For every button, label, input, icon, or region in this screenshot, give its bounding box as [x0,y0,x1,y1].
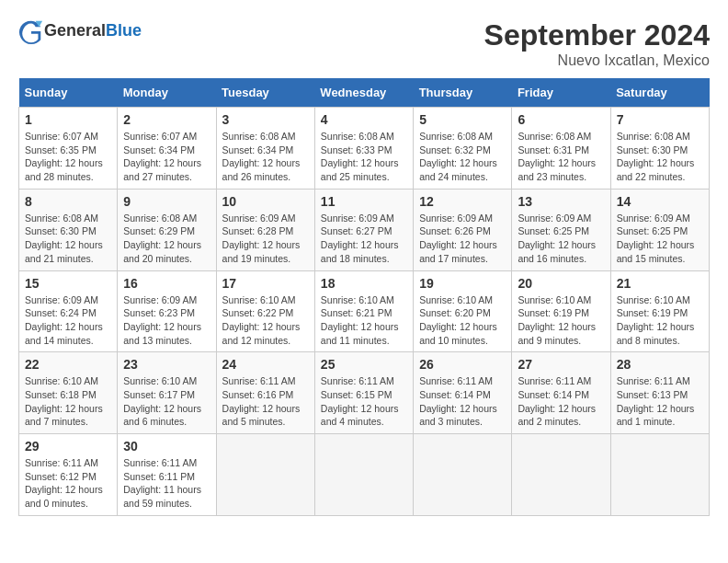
calendar-cell: 29Sunrise: 6:11 AMSunset: 6:12 PMDayligh… [19,434,118,516]
weekday-header-friday: Friday [512,78,610,108]
cell-text: Sunrise: 6:11 AMSunset: 6:14 PMDaylight:… [518,374,604,429]
weekday-header-sunday: Sunday [19,78,118,108]
day-number: 13 [518,194,604,209]
day-number: 4 [321,112,407,127]
cell-text: Sunrise: 6:09 AMSunset: 6:25 PMDaylight:… [617,212,703,266]
calendar-cell: 26Sunrise: 6:11 AMSunset: 6:14 PMDayligh… [414,352,512,434]
calendar-cell: 28Sunrise: 6:11 AMSunset: 6:13 PMDayligh… [610,352,709,434]
day-number: 8 [25,194,111,209]
cell-text: Sunrise: 6:08 AMSunset: 6:30 PMDaylight:… [617,130,703,184]
cell-text: Sunrise: 6:11 AMSunset: 6:16 PMDaylight:… [222,374,309,429]
day-number: 2 [123,112,210,127]
calendar-cell: 10Sunrise: 6:09 AMSunset: 6:28 PMDayligh… [216,189,314,270]
cell-text: Sunrise: 6:09 AMSunset: 6:27 PMDaylight:… [321,212,407,266]
logo-text-blue: Blue [106,21,142,40]
logo-icon [18,18,44,44]
month-title: September 2024 [484,18,710,52]
weekday-header-monday: Monday [118,78,216,108]
calendar-cell: 30Sunrise: 6:11 AMSunset: 6:11 PMDayligh… [118,434,216,516]
day-number: 3 [222,112,309,127]
day-number: 30 [123,439,210,454]
day-number: 26 [419,357,506,372]
day-number: 20 [518,276,604,291]
cell-text: Sunrise: 6:11 AMSunset: 6:12 PMDaylight:… [25,456,111,511]
cell-text: Sunrise: 6:08 AMSunset: 6:30 PMDaylight:… [25,212,111,266]
day-number: 6 [518,112,604,127]
calendar-cell [314,434,413,516]
cell-text: Sunrise: 6:07 AMSunset: 6:34 PMDaylight:… [123,130,210,184]
calendar-week-row: 8Sunrise: 6:08 AMSunset: 6:30 PMDaylight… [19,189,710,270]
logo-text-general: General [44,21,106,40]
title-area: September 2024 Nuevo Ixcatlan, Mexico [484,18,710,69]
location-title: Nuevo Ixcatlan, Mexico [484,52,710,69]
cell-text: Sunrise: 6:10 AMSunset: 6:19 PMDaylight:… [518,293,604,348]
weekday-header-saturday: Saturday [610,78,709,108]
day-number: 25 [321,357,407,372]
cell-text: Sunrise: 6:08 AMSunset: 6:34 PMDaylight:… [222,130,309,184]
day-number: 5 [419,112,506,127]
calendar-week-row: 29Sunrise: 6:11 AMSunset: 6:12 PMDayligh… [19,434,710,516]
day-number: 24 [222,357,309,372]
calendar-cell: 11Sunrise: 6:09 AMSunset: 6:27 PMDayligh… [314,189,413,270]
calendar-cell [216,434,314,516]
weekday-header-tuesday: Tuesday [216,78,314,108]
day-number: 14 [617,194,703,209]
cell-text: Sunrise: 6:11 AMSunset: 6:14 PMDaylight:… [419,374,506,429]
cell-text: Sunrise: 6:11 AMSunset: 6:11 PMDaylight:… [123,456,210,511]
day-number: 12 [419,194,506,209]
day-number: 16 [123,276,210,291]
calendar-cell: 19Sunrise: 6:10 AMSunset: 6:20 PMDayligh… [414,270,512,352]
calendar-cell [610,434,709,516]
cell-text: Sunrise: 6:08 AMSunset: 6:31 PMDaylight:… [518,130,604,184]
calendar-cell: 5Sunrise: 6:08 AMSunset: 6:32 PMDaylight… [414,108,512,190]
weekday-header-row: SundayMondayTuesdayWednesdayThursdayFrid… [19,78,710,108]
cell-text: Sunrise: 6:10 AMSunset: 6:22 PMDaylight:… [222,293,309,348]
weekday-header-thursday: Thursday [414,78,512,108]
calendar-cell: 13Sunrise: 6:09 AMSunset: 6:25 PMDayligh… [512,189,610,270]
cell-text: Sunrise: 6:10 AMSunset: 6:19 PMDaylight:… [617,293,703,348]
cell-text: Sunrise: 6:09 AMSunset: 6:28 PMDaylight:… [222,212,309,266]
calendar-cell: 22Sunrise: 6:10 AMSunset: 6:18 PMDayligh… [19,352,118,434]
cell-text: Sunrise: 6:10 AMSunset: 6:20 PMDaylight:… [419,293,506,348]
day-number: 28 [617,357,703,372]
calendar-cell [512,434,610,516]
calendar-cell: 25Sunrise: 6:11 AMSunset: 6:15 PMDayligh… [314,352,413,434]
calendar-cell: 6Sunrise: 6:08 AMSunset: 6:31 PMDaylight… [512,108,610,190]
calendar-cell: 14Sunrise: 6:09 AMSunset: 6:25 PMDayligh… [610,189,709,270]
day-number: 21 [617,276,703,291]
day-number: 9 [123,194,210,209]
calendar-cell: 20Sunrise: 6:10 AMSunset: 6:19 PMDayligh… [512,270,610,352]
weekday-header-wednesday: Wednesday [314,78,413,108]
calendar-cell: 12Sunrise: 6:09 AMSunset: 6:26 PMDayligh… [414,189,512,270]
cell-text: Sunrise: 6:11 AMSunset: 6:13 PMDaylight:… [617,374,703,429]
cell-text: Sunrise: 6:07 AMSunset: 6:35 PMDaylight:… [25,130,111,184]
cell-text: Sunrise: 6:10 AMSunset: 6:21 PMDaylight:… [321,293,407,348]
cell-text: Sunrise: 6:10 AMSunset: 6:17 PMDaylight:… [123,374,210,429]
day-number: 18 [321,276,407,291]
calendar-week-row: 22Sunrise: 6:10 AMSunset: 6:18 PMDayligh… [19,352,710,434]
calendar-cell: 21Sunrise: 6:10 AMSunset: 6:19 PMDayligh… [610,270,709,352]
calendar-week-row: 15Sunrise: 6:09 AMSunset: 6:24 PMDayligh… [19,270,710,352]
calendar-cell: 24Sunrise: 6:11 AMSunset: 6:16 PMDayligh… [216,352,314,434]
cell-text: Sunrise: 6:09 AMSunset: 6:24 PMDaylight:… [25,293,111,348]
calendar-cell: 3Sunrise: 6:08 AMSunset: 6:34 PMDaylight… [216,108,314,190]
calendar-cell: 4Sunrise: 6:08 AMSunset: 6:33 PMDaylight… [314,108,413,190]
cell-text: Sunrise: 6:08 AMSunset: 6:29 PMDaylight:… [123,212,210,266]
logo: GeneralBlue [18,18,142,44]
calendar-cell: 15Sunrise: 6:09 AMSunset: 6:24 PMDayligh… [19,270,118,352]
calendar-cell: 16Sunrise: 6:09 AMSunset: 6:23 PMDayligh… [118,270,216,352]
calendar-cell: 23Sunrise: 6:10 AMSunset: 6:17 PMDayligh… [118,352,216,434]
cell-text: Sunrise: 6:09 AMSunset: 6:25 PMDaylight:… [518,212,604,266]
calendar-cell: 18Sunrise: 6:10 AMSunset: 6:21 PMDayligh… [314,270,413,352]
header: GeneralBlue September 2024 Nuevo Ixcatla… [18,18,710,69]
cell-text: Sunrise: 6:09 AMSunset: 6:23 PMDaylight:… [123,293,210,348]
day-number: 15 [25,276,111,291]
day-number: 27 [518,357,604,372]
calendar-cell: 8Sunrise: 6:08 AMSunset: 6:30 PMDaylight… [19,189,118,270]
day-number: 7 [617,112,703,127]
day-number: 22 [25,357,111,372]
day-number: 29 [25,439,111,454]
calendar-cell: 9Sunrise: 6:08 AMSunset: 6:29 PMDaylight… [118,189,216,270]
cell-text: Sunrise: 6:08 AMSunset: 6:32 PMDaylight:… [419,130,506,184]
cell-text: Sunrise: 6:08 AMSunset: 6:33 PMDaylight:… [321,130,407,184]
